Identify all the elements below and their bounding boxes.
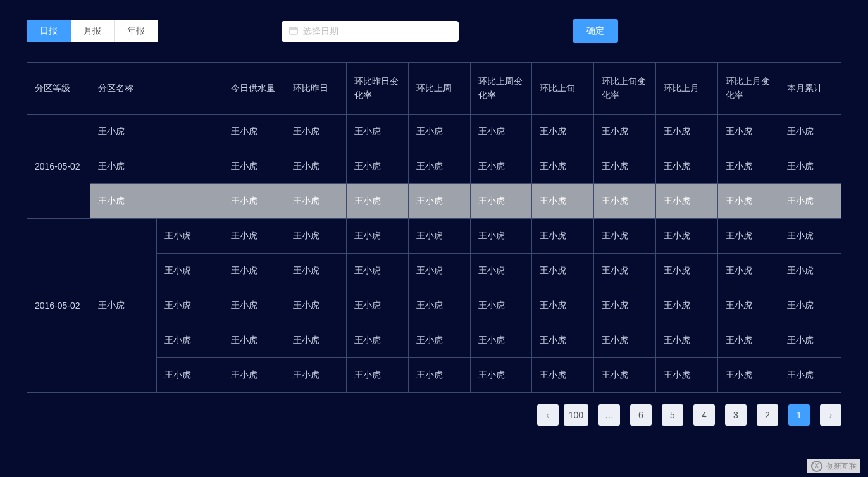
data-cell: 王小虎 <box>470 253 532 288</box>
data-cell: 王小虎 <box>655 218 717 253</box>
data-cell: 王小虎 <box>285 253 347 288</box>
data-cell: 王小虎 <box>157 218 223 253</box>
data-cell: 王小虎 <box>409 114 471 149</box>
data-cell: 王小虎 <box>347 253 409 288</box>
data-cell: 王小虎 <box>655 357 717 392</box>
data-cell: 王小虎 <box>223 183 285 218</box>
data-cell: 王小虎 <box>594 114 656 149</box>
data-cell: 王小虎 <box>655 183 717 218</box>
data-cell: 王小虎 <box>223 218 285 253</box>
data-cell: 王小虎 <box>157 253 223 288</box>
data-cell: 王小虎 <box>347 357 409 392</box>
table-row[interactable]: 王小虎王小虎王小虎王小虎王小虎王小虎王小虎王小虎王小虎王小虎王小虎 <box>27 149 841 183</box>
data-cell: 王小虎 <box>594 323 656 357</box>
data-cell: 王小虎 <box>409 288 471 323</box>
data-cell: 王小虎 <box>532 149 594 183</box>
data-cell: 王小虎 <box>409 183 471 218</box>
data-cell: 王小虎 <box>717 288 779 323</box>
page-3[interactable]: 3 <box>725 404 747 426</box>
data-cell: 王小虎 <box>655 114 717 149</box>
data-cell: 王小虎 <box>347 114 409 149</box>
data-cell: 王小虎 <box>779 323 841 357</box>
header-row: 分区等级 分区名称 今日供水量 环比昨日 环比昨日变化率 环比上周 环比上周变化… <box>27 63 841 115</box>
sub-name-cell: 王小虎 <box>90 218 157 392</box>
data-cell: 王小虎 <box>717 323 779 357</box>
data-cell: 王小虎 <box>285 218 347 253</box>
tab-yearly[interactable]: 年报 <box>115 20 158 42</box>
data-cell: 王小虎 <box>347 149 409 183</box>
data-cell: 王小虎 <box>157 357 223 392</box>
page-100[interactable]: 100 <box>564 404 588 426</box>
tab-monthly[interactable]: 月报 <box>71 20 115 42</box>
watermark-icon: X <box>811 461 822 472</box>
pagination: ‹ 100…654321› <box>27 404 841 426</box>
page-6[interactable]: 6 <box>630 404 652 426</box>
data-cell: 王小虎 <box>717 253 779 288</box>
data-cell: 王小虎 <box>470 323 532 357</box>
page-2[interactable]: 2 <box>757 404 778 426</box>
page-4[interactable]: 4 <box>693 404 715 426</box>
page-…[interactable]: … <box>598 404 620 426</box>
data-cell: 王小虎 <box>470 218 532 253</box>
name-cell: 王小虎 <box>90 149 223 183</box>
data-cell: 王小虎 <box>779 253 841 288</box>
data-cell: 王小虎 <box>532 114 594 149</box>
data-cell: 王小虎 <box>470 357 532 392</box>
tab-group: 日报 月报 年报 <box>27 20 158 42</box>
data-cell: 王小虎 <box>779 218 841 253</box>
level-cell: 2016-05-02 <box>27 218 90 392</box>
data-cell: 王小虎 <box>285 183 347 218</box>
data-cell: 王小虎 <box>717 149 779 183</box>
data-cell: 王小虎 <box>470 288 532 323</box>
confirm-button[interactable]: 确定 <box>573 19 618 43</box>
data-cell: 王小虎 <box>655 149 717 183</box>
data-cell: 王小虎 <box>594 357 656 392</box>
th-today: 今日供水量 <box>223 63 285 115</box>
data-cell: 王小虎 <box>779 288 841 323</box>
table-row[interactable]: 王小虎王小虎王小虎王小虎王小虎王小虎王小虎王小虎王小虎王小虎王小虎 <box>27 183 841 218</box>
th-week-rate: 环比上周变化率 <box>470 63 532 115</box>
page-prev[interactable]: ‹ <box>537 404 559 426</box>
data-cell: 王小虎 <box>409 149 471 183</box>
data-cell: 王小虎 <box>223 149 285 183</box>
watermark: X 创新互联 <box>807 459 860 473</box>
watermark-text: 创新互联 <box>826 461 857 472</box>
data-cell: 王小虎 <box>532 253 594 288</box>
data-cell: 王小虎 <box>285 114 347 149</box>
data-cell: 王小虎 <box>532 288 594 323</box>
data-cell: 王小虎 <box>532 218 594 253</box>
th-period: 环比上旬 <box>532 63 594 115</box>
th-name: 分区名称 <box>90 63 223 115</box>
data-cell: 王小虎 <box>717 218 779 253</box>
data-cell: 王小虎 <box>347 183 409 218</box>
data-table: 分区等级 分区名称 今日供水量 环比昨日 环比昨日变化率 环比上周 环比上周变化… <box>27 62 841 393</box>
th-total: 本月累计 <box>779 63 841 115</box>
data-cell: 王小虎 <box>347 218 409 253</box>
data-cell: 王小虎 <box>409 218 471 253</box>
table-row[interactable]: 2016-05-02王小虎王小虎王小虎王小虎王小虎王小虎王小虎王小虎王小虎王小虎… <box>27 114 841 149</box>
table-row[interactable]: 2016-05-02王小虎王小虎王小虎王小虎王小虎王小虎王小虎王小虎王小虎王小虎… <box>27 218 841 253</box>
data-cell: 王小虎 <box>223 323 285 357</box>
data-cell: 王小虎 <box>594 253 656 288</box>
tab-daily[interactable]: 日报 <box>27 20 71 42</box>
th-month: 环比上月 <box>655 63 717 115</box>
data-cell: 王小虎 <box>717 357 779 392</box>
data-cell: 王小虎 <box>409 323 471 357</box>
data-cell: 王小虎 <box>223 357 285 392</box>
data-cell: 王小虎 <box>347 288 409 323</box>
data-cell: 王小虎 <box>717 183 779 218</box>
data-cell: 王小虎 <box>532 323 594 357</box>
page-5[interactable]: 5 <box>662 404 683 426</box>
data-cell: 王小虎 <box>779 114 841 149</box>
page-1[interactable]: 1 <box>788 404 810 426</box>
data-cell: 王小虎 <box>157 323 223 357</box>
th-week: 环比上周 <box>409 63 471 115</box>
th-month-rate: 环比上月变化率 <box>717 63 779 115</box>
data-cell: 王小虎 <box>655 288 717 323</box>
date-input-field[interactable] <box>303 26 451 36</box>
page-next[interactable]: › <box>820 404 841 426</box>
data-cell: 王小虎 <box>594 183 656 218</box>
date-picker[interactable] <box>282 21 459 42</box>
data-cell: 王小虎 <box>779 183 841 218</box>
data-cell: 王小虎 <box>594 218 656 253</box>
